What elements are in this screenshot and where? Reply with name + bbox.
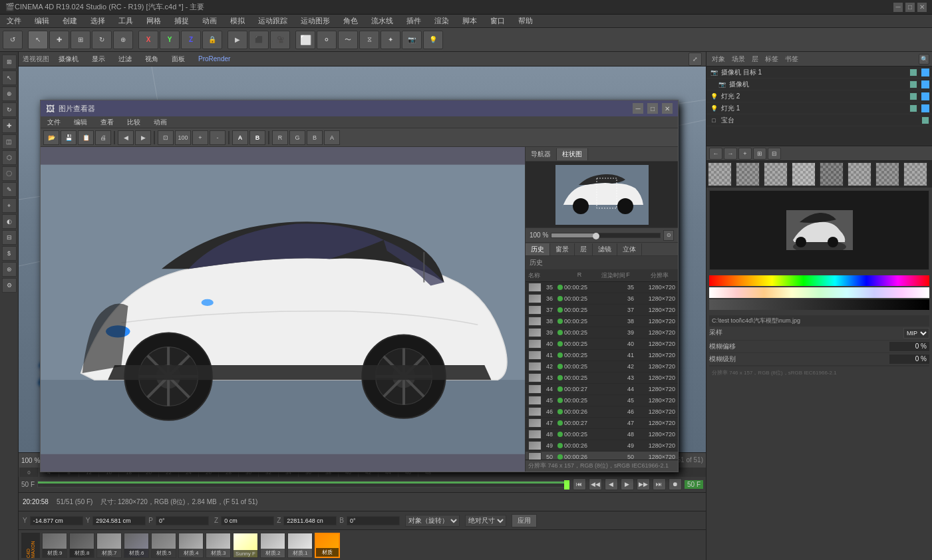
timeline-bar[interactable] [37,481,570,488]
iv-hist-row-40[interactable]: 40 00:00:25 40 1280×720 [526,339,678,350]
iv-tab-histogram[interactable]: 柱状图 [557,148,588,160]
play-step-fwd-btn[interactable]: ▶▶ [637,478,650,490]
close-button[interactable]: ✕ [917,3,927,12]
iv-hist-row-44[interactable]: 44 00:00:27 44 1280×720 [526,384,678,395]
mat-cell-5[interactable] [820,162,844,186]
mat-tool-1[interactable]: ← [709,148,722,160]
obj-check-2[interactable] [909,80,917,88]
iv-tb-a[interactable]: A [232,130,248,145]
iv-hist-row-48[interactable]: 48 00:00:25 48 1280×720 [526,429,678,440]
material-8[interactable]: 材质.8 [69,533,94,558]
material-3[interactable]: 材质.3 [206,533,231,558]
material-4[interactable]: 材质.4 [178,533,204,558]
iv-tab-navigator[interactable]: 导航器 [526,148,557,160]
apply-button[interactable]: 应用 [512,514,537,527]
camera-tb-button[interactable]: 📷 [402,31,422,49]
color-bar-pastel[interactable] [709,287,929,298]
iv-hist-row-49[interactable]: 49 00:00:26 49 1280×720 [526,440,678,452]
mat-tool-5[interactable]: ⊟ [768,148,781,160]
vp-menu-camera[interactable]: 摄像机 [55,53,82,65]
material-5[interactable]: 材质.5 [151,533,176,558]
menu-pipeline[interactable]: 流水线 [367,15,397,27]
menu-motion-track[interactable]: 运动跟踪 [254,15,291,27]
material-6[interactable]: 材质.6 [124,533,149,558]
iv-minimize-btn[interactable]: ─ [633,103,643,114]
iv-close-btn[interactable]: ✕ [662,103,673,114]
menu-character[interactable]: 角色 [339,15,362,27]
play-prev-btn[interactable]: ◀◀ [589,478,602,490]
attr-blur-level-val[interactable]: 0 % [889,354,929,364]
iv-hist-row-35[interactable]: 35 00:00:25 35 1280×720 [526,282,678,293]
left-tool-6[interactable]: ◫ [2,134,17,149]
mat-cell-6[interactable] [848,162,871,186]
menu-render[interactable]: 渲染 [430,15,453,27]
transform-mode-select[interactable]: 对象（旋转） [405,515,460,527]
deformer-button[interactable]: ⧖ [359,31,379,49]
obj-base[interactable]: □ 宝台 [706,114,932,126]
iv-tb-zoom-100[interactable]: 100 [175,130,191,145]
select-button[interactable]: ↖ [28,31,48,49]
maximize-button[interactable]: □ [905,3,915,12]
mat-cell-4[interactable] [792,162,816,186]
iv-tb-channel-a[interactable]: A [324,130,340,145]
iv-tb-save[interactable]: 💾 [61,130,77,145]
color-bar-dark[interactable] [709,299,929,310]
layers-label[interactable]: 层 [749,55,761,64]
menu-tools[interactable]: 工具 [114,15,137,27]
iv-hist-row-37[interactable]: 37 00:00:25 37 1280×720 [526,305,678,316]
iv-hist-row-50[interactable]: 50 00:00:26 50 1280×720 [526,452,678,460]
material-7[interactable]: 材质.7 [96,533,122,558]
menu-create[interactable]: 创建 [59,15,81,27]
obj-check-4[interactable] [909,104,917,112]
left-tool-2[interactable]: ↖ [2,70,17,85]
iv-layer-tab[interactable]: 层 [575,243,593,255]
y-value[interactable]: -14.877 cm [30,516,83,525]
z-value[interactable]: 0 cm [221,516,274,525]
obj-check-5[interactable] [921,116,929,124]
attr-blur-offset-val[interactable]: 0 % [889,342,929,351]
menu-simulate[interactable]: 模拟 [226,15,249,27]
left-tool-14[interactable]: ⊛ [2,262,17,277]
play-btn[interactable]: ▶ [621,478,634,490]
obj-light1[interactable]: 💡 灯光 1 [706,102,932,114]
left-tool-3[interactable]: ⊕ [2,86,17,101]
left-tool-9[interactable]: ✎ [2,182,17,197]
cube-button[interactable]: ⬜ [295,31,315,49]
axis-x-button[interactable]: X [138,31,158,49]
left-tool-13[interactable]: $ [2,246,17,261]
mat-cell-7[interactable] [875,162,899,186]
iv-hist-row-36[interactable]: 36 00:00:25 36 1280×720 [526,293,678,305]
render-preview-button[interactable]: ▶ [228,31,247,49]
b-value[interactable]: 0° [347,516,400,525]
material-9[interactable]: 材质.9 [42,533,67,558]
mat-tool-3[interactable]: + [738,148,752,160]
obj-light2[interactable]: 💡 灯光 2 [706,90,932,102]
z2-value[interactable]: 22811.648 cn [283,516,337,525]
iv-hist-row-43[interactable]: 43 00:00:25 43 1280×720 [526,372,678,384]
menu-plugins[interactable]: 插件 [402,15,425,27]
obj-check-3[interactable] [909,92,917,100]
iv-tb-print[interactable]: 🖨 [95,130,111,145]
menu-window[interactable]: 窗口 [486,15,509,27]
iv-tb-copy[interactable]: 📋 [78,130,94,145]
transform-button[interactable]: ⊕ [113,31,133,49]
iv-menu-file[interactable]: 文件 [43,116,65,128]
left-tool-5[interactable]: ✚ [2,118,17,133]
menu-snap[interactable]: 捕捉 [170,15,193,27]
iv-zoom-track[interactable] [551,233,661,238]
rotate-button[interactable]: ↻ [92,31,112,49]
mat-cell-2[interactable] [736,162,760,186]
left-tool-4[interactable]: ↻ [2,102,17,117]
menu-file[interactable]: 文件 [3,15,25,27]
color-bar-rainbow[interactable] [709,275,929,286]
vp-menu-display[interactable]: 显示 [88,53,109,65]
vp-menu-view[interactable]: 视角 [141,53,162,65]
mat-cell-8[interactable] [903,162,927,186]
menu-help[interactable]: 帮助 [514,15,537,27]
bookmarks-label[interactable]: 书签 [782,55,801,64]
left-tool-1[interactable]: ⊞ [2,55,17,69]
play-step-back-btn[interactable]: ◀ [605,478,618,490]
iv-hist-row-45[interactable]: 45 00:00:25 45 1280×720 [526,395,678,406]
spline-button[interactable]: 〜 [338,31,358,49]
effector-button[interactable]: ✦ [381,31,400,49]
